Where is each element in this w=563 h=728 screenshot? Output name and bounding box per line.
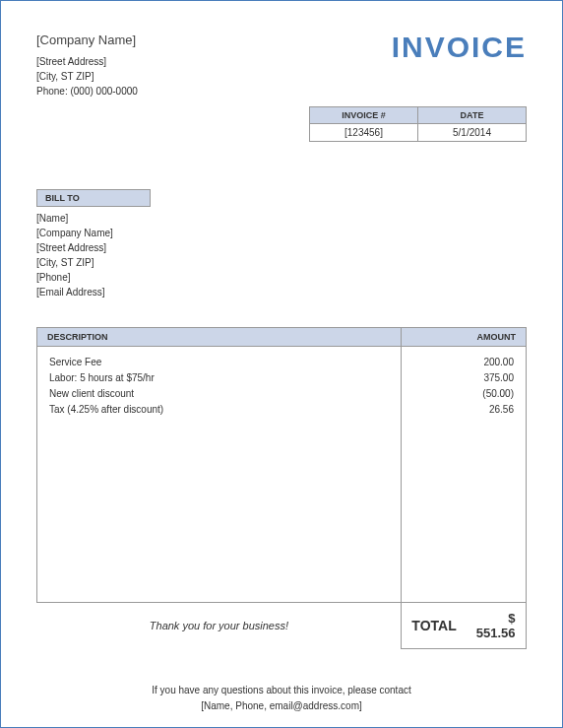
- items-descriptions: Service Fee Labor: 5 hours at $75/hr New…: [37, 346, 402, 602]
- billto-street: [Street Address]: [36, 240, 527, 255]
- billto-block: [Name] [Company Name] [Street Address] […: [36, 211, 527, 299]
- billto-phone: [Phone]: [36, 270, 527, 285]
- item-amount: (50.00): [413, 386, 514, 402]
- item-desc: New client discount: [49, 386, 389, 402]
- meta-table: INVOICE # DATE [123456] 5/1/2014: [309, 106, 527, 142]
- company-name: [Company Name]: [36, 31, 138, 50]
- thank-you: Thank you for your business!: [37, 602, 402, 649]
- company-block: [Company Name] [Street Address] [City, S…: [36, 31, 138, 99]
- item-amount: 26.56: [413, 402, 514, 418]
- item-amount: 200.00: [413, 355, 514, 370]
- total-label: TOTAL: [402, 603, 467, 649]
- invoice-title: INVOICE: [392, 31, 527, 64]
- billto-header: BILL TO: [36, 189, 151, 207]
- invoice-number: [123456]: [310, 123, 418, 141]
- invoice-date: 5/1/2014: [418, 123, 527, 141]
- billto-city: [City, ST ZIP]: [36, 255, 527, 270]
- invoice-number-header: INVOICE #: [310, 106, 418, 123]
- footer-line1: If you have any questions about this inv…: [36, 683, 527, 698]
- footer-line2: [Name, Phone, email@address.com]: [36, 698, 527, 714]
- item-desc: Labor: 5 hours at $75/hr: [49, 370, 389, 386]
- billto-name: [Name]: [36, 211, 527, 226]
- item-amount: 375.00: [413, 370, 514, 386]
- billto-email: [Email Address]: [36, 285, 527, 299]
- company-city: [City, ST ZIP]: [36, 69, 138, 84]
- company-street: [Street Address]: [36, 54, 138, 69]
- items-table: DESCRIPTION AMOUNT Service Fee Labor: 5 …: [36, 327, 527, 649]
- company-phone: Phone: (000) 000-0000: [36, 84, 138, 99]
- item-desc: Service Fee: [49, 355, 389, 370]
- total-value: $ 551.56: [467, 603, 526, 649]
- col-description: DESCRIPTION: [37, 327, 402, 346]
- item-desc: Tax (4.25% after discount): [49, 402, 389, 418]
- footer-note: If you have any questions about this inv…: [36, 683, 527, 714]
- date-header: DATE: [418, 106, 527, 123]
- items-amounts: 200.00 375.00 (50.00) 26.56: [401, 346, 526, 602]
- billto-company: [Company Name]: [36, 226, 527, 240]
- col-amount: AMOUNT: [401, 327, 526, 346]
